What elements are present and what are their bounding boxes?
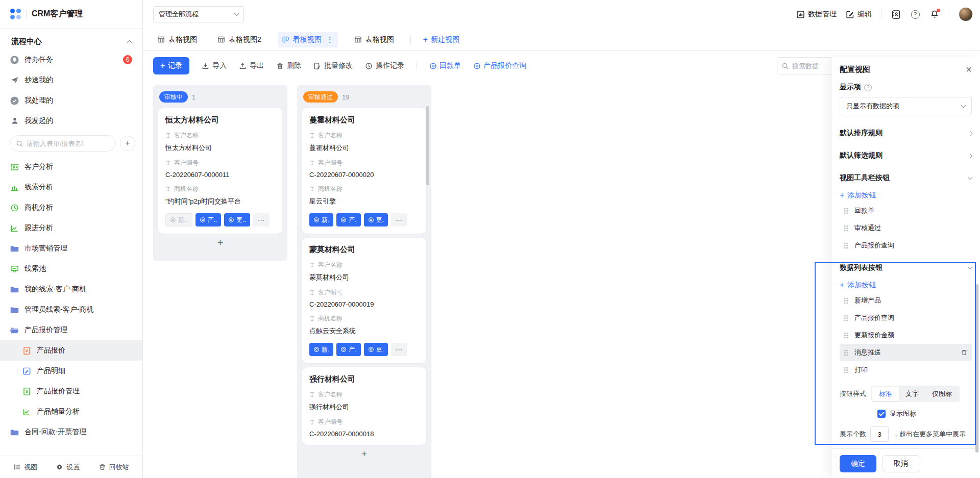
card-action-new-button[interactable]: 新. <box>309 213 333 227</box>
card-action-product-button[interactable]: 产. <box>336 343 360 356</box>
card-action-update-button[interactable]: 更. <box>364 213 388 227</box>
list-button-item-selected[interactable]: 消息推送 <box>840 344 972 361</box>
drag-handle-icon[interactable] <box>844 297 848 304</box>
new-view-button[interactable]: + 新建视图 <box>423 35 459 44</box>
card-action-product-button[interactable]: 产. <box>336 213 360 227</box>
sidebar-item-my-leads[interactable]: 我的线索-客户-商机 <box>0 279 142 299</box>
add-form-button[interactable]: + <box>120 136 135 151</box>
contacts-icon[interactable] <box>891 9 901 19</box>
view-toolbar-buttons-section[interactable]: 视图工具栏按钮 <box>840 173 972 183</box>
footer-views-button[interactable]: 视图 <box>13 463 37 472</box>
sidebar-item-admin-leads[interactable]: 管理员线索-客户-商机 <box>0 299 142 320</box>
sidebar-item-quote-management-folder[interactable]: 产品报价管理 <box>0 320 142 340</box>
toolbar-button-item[interactable]: 产品报价查询 <box>840 237 972 254</box>
data-list-buttons-section[interactable]: 数据列表按钮 <box>840 263 972 272</box>
style-option-standard[interactable]: 标准 <box>872 387 899 401</box>
drag-handle-icon[interactable] <box>844 367 848 373</box>
card-action-update-button[interactable]: 更. <box>364 343 388 356</box>
card-action-update-button[interactable]: 更.. <box>224 213 250 227</box>
sidebar-search-field[interactable] <box>10 135 116 152</box>
sidebar-item-lead-pool[interactable]: 线索池 <box>0 259 142 279</box>
toolbar-button-item[interactable]: 回款单 <box>840 202 972 219</box>
sidebar-item-contract-management[interactable]: 合同-回款-开票管理 <box>0 422 142 442</box>
show-icon-checkbox[interactable] <box>877 410 886 418</box>
card-action-new-button[interactable]: 新. <box>309 343 333 356</box>
drag-handle-icon[interactable] <box>844 225 848 232</box>
sidebar-item-product-detail[interactable]: 产品明细 <box>0 361 142 381</box>
tab-table-view-3[interactable]: 表格视图 <box>350 32 398 47</box>
add-toolbar-button[interactable]: + 添加按钮 <box>840 191 972 200</box>
column-scrollbar[interactable] <box>426 106 429 185</box>
sidebar-item-customer-analysis[interactable]: 客户分析 <box>0 157 142 177</box>
tab-more-icon[interactable]: ⋮ <box>326 35 334 44</box>
card-action-new-button[interactable]: 新.. <box>165 213 192 227</box>
kanban-card[interactable]: 蔓霍材料公司 客户名称 蔓霍材料公司 客户编号 C-20220607-00000… <box>302 108 426 234</box>
sidebar-item-marketing-management[interactable]: 市场营销管理 <box>0 238 142 259</box>
card-title: 强行材料公司 <box>309 374 419 384</box>
edit-button[interactable]: 编辑 <box>846 10 872 19</box>
panel-scrollbar[interactable] <box>975 284 978 452</box>
cancel-button[interactable]: 取消 <box>883 455 919 472</box>
list-button-item[interactable]: 更新报价金额 <box>840 326 972 344</box>
data-manage-button[interactable]: 数据管理 <box>796 10 837 19</box>
footer-recycle-bin-button[interactable]: 回收站 <box>99 463 129 472</box>
drag-handle-icon[interactable] <box>844 315 848 321</box>
list-button-item[interactable]: 产品报价查询 <box>840 309 972 326</box>
drag-handle-icon[interactable] <box>844 332 848 339</box>
add-list-button[interactable]: + 添加按钮 <box>840 281 972 290</box>
card-more-button[interactable]: ⋯ <box>391 343 407 356</box>
drag-handle-icon[interactable] <box>844 349 848 356</box>
quick-payment-button[interactable]: 回款单 <box>429 61 461 70</box>
sidebar-item-sales-analysis[interactable]: 产品销量分析 <box>0 401 142 422</box>
kanban-card[interactable]: 蒙莫材料公司 客户名称 蒙莫材料公司 客户编号 C-20220607-00000… <box>302 238 426 363</box>
list-button-item[interactable]: 打印 <box>840 361 972 379</box>
footer-settings-button[interactable]: 设置 <box>56 463 80 472</box>
sidebar-item-started-by-me[interactable]: 我发起的 <box>0 111 142 131</box>
notification-bell-icon[interactable] <box>929 9 940 19</box>
batch-edit-button[interactable]: 批量修改 <box>313 61 353 70</box>
process-selector[interactable]: 管理全部流程 <box>153 6 244 22</box>
display-items-select[interactable]: 只显示有数据的项 <box>840 97 972 115</box>
tab-table-view-2[interactable]: 表格视图2 <box>213 32 265 47</box>
operation-log-button[interactable]: 操作记录 <box>365 61 404 70</box>
add-card-button[interactable]: + <box>158 234 282 252</box>
display-count-input[interactable] <box>870 426 889 442</box>
user-avatar[interactable] <box>959 7 973 21</box>
close-icon[interactable]: × <box>966 64 972 74</box>
confirm-button[interactable]: 确定 <box>840 455 876 472</box>
sidebar-item-quote-management[interactable]: ¥ 产品报价管理 <box>0 381 142 401</box>
help-icon[interactable]: ? <box>910 9 920 19</box>
delete-button[interactable]: 删除 <box>276 61 301 70</box>
kanban-card[interactable]: 恒太方材料公司 客户名称 恒太方材料公司 客户编号 C-20220607-000… <box>158 108 282 234</box>
sidebar-item-opportunity-analysis[interactable]: 商机分析 <box>0 197 142 218</box>
import-button[interactable]: 导入 <box>202 61 227 70</box>
list-button-item[interactable]: 新增产品 <box>840 292 972 309</box>
add-card-button[interactable]: + <box>302 445 426 463</box>
quick-quote-query-button[interactable]: 产品报价查询 <box>473 61 526 70</box>
toolbar-button-item[interactable]: 审核通过 <box>840 219 972 237</box>
export-button[interactable]: 导出 <box>239 61 264 70</box>
card-more-button[interactable]: ⋯ <box>391 213 407 227</box>
default-sort-rule-row[interactable]: 默认排序规则 <box>840 129 972 138</box>
drag-handle-icon[interactable] <box>844 242 848 249</box>
sidebar-item-todo-tasks[interactable]: 待办任务 6 <box>0 49 142 70</box>
card-action-product-button[interactable]: 产.. <box>195 213 222 227</box>
sidebar-item-processed-by-me[interactable]: 我处理的 <box>0 90 142 111</box>
tab-kanban-view[interactable]: 看板视图 ⋮ <box>278 32 338 47</box>
kanban-card[interactable]: 强行材料公司 客户名称 强行材料公司 客户编号 C-20220607-00000… <box>302 367 426 445</box>
delete-item-icon[interactable] <box>961 349 968 356</box>
style-option-text[interactable]: 文字 <box>899 387 925 401</box>
sidebar-item-cc-to-me[interactable]: 抄送我的 <box>0 70 142 90</box>
style-option-icon-only[interactable]: 仅图标 <box>925 387 959 401</box>
sidebar-item-followup-analysis[interactable]: 跟进分析 <box>0 218 142 238</box>
tab-table-view-1[interactable]: 表格视图 <box>153 32 201 47</box>
help-icon[interactable]: ? <box>864 84 872 91</box>
sidebar-search-input[interactable] <box>27 140 83 147</box>
sidebar-item-product-quote[interactable]: ¥ 产品报价 <box>0 340 142 361</box>
sidebar-item-lead-analysis[interactable]: 线索分析 <box>0 177 142 197</box>
default-filter-rule-row[interactable]: 默认筛选规则 <box>840 151 972 160</box>
drag-handle-icon[interactable] <box>844 208 848 214</box>
section-process-center[interactable]: 流程中心 <box>0 29 142 49</box>
card-more-button[interactable]: ⋯ <box>253 213 270 227</box>
add-record-button[interactable]: + 记录 <box>153 57 189 74</box>
